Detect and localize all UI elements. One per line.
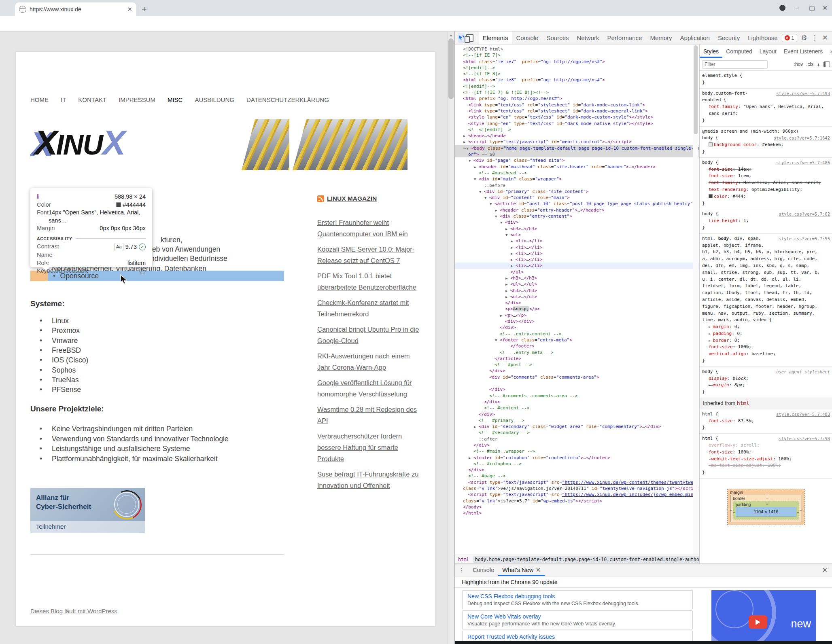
dom-tree-line[interactable]: ▶<li>…</li> [455, 256, 699, 263]
magazine-link[interactable]: Suse befragt IT-Führungskräfte zu Innova… [317, 468, 421, 491]
site-banner[interactable]: XINUX [30, 119, 408, 170]
play-button-icon[interactable] [749, 615, 767, 629]
dom-tree-line[interactable]: <script type="text/javascript" src="http… [455, 479, 699, 485]
scroll-up-icon[interactable]: ▲ [448, 32, 454, 37]
stylesheet-link[interactable]: style.css?ver=5.7:62 [779, 211, 830, 218]
magazine-link[interactable]: Koozali SME Server 10.0: Major-Release s… [317, 244, 421, 266]
dom-tree-line[interactable]: <style lang="en" type="text/css" id="dar… [455, 114, 699, 120]
dom-tree-line[interactable]: ▶<li>…</li> [455, 238, 699, 244]
tab-close-icon[interactable]: ✕ [127, 6, 132, 13]
dom-tree-line[interactable]: ▶<script type="text/javascript" id="webr… [455, 139, 699, 145]
drawer-menu-kebab-icon[interactable]: ⋮ [455, 567, 469, 573]
magazine-link[interactable]: RKI-Auswertungen nach einem Jahr Corona-… [317, 350, 421, 373]
drawer-tab-console[interactable]: Console [469, 564, 498, 576]
magazine-link[interactable]: PDF Mix Tool 1.0.1 bietet überarbeitete … [317, 270, 421, 293]
magazine-link[interactable]: Wasmtime 0.28 mit Redesign des API [317, 404, 421, 426]
dom-tree-line[interactable]: class="v lnk">js?ver=5.7" id="wp-embed-j… [455, 498, 699, 504]
page-scrollbar[interactable]: ▲ [447, 32, 454, 644]
dom-tree-line[interactable]: <script type="text/javascript" src="http… [455, 491, 699, 498]
dom-tree-line[interactable]: </div> [455, 467, 699, 473]
stylesheet-link[interactable]: style.css?ver=5.7:486 [776, 159, 830, 166]
css-rule[interactable]: style.css?ver=5.7:486body {font-size: 14… [700, 158, 832, 210]
dom-tree-line[interactable]: <p>&nbsp;</p> [455, 306, 699, 312]
dom-tree-line[interactable]: ▶<ul>…</ul> [455, 281, 699, 287]
styles-subtab--[interactable]: » [826, 44, 832, 58]
dom-tree-line[interactable]: <div id="comments" class="comments-area"… [455, 374, 699, 380]
dom-tree-line[interactable]: ▶<li>…</li> [455, 263, 699, 269]
devtools-tab-lighthouse[interactable]: Lighthouse [744, 32, 781, 44]
dom-tree-line[interactable]: </div> [455, 300, 699, 306]
window-maximize-button[interactable]: ▢ [809, 4, 815, 12]
dom-tree-line[interactable]: ▶<head>…</head> [455, 133, 699, 139]
card-title[interactable]: Report Trusted Web Activity issues [467, 633, 688, 640]
css-property[interactable]: -webkit-text-size-adjust: 100%; [702, 456, 830, 463]
dom-tree-line[interactable]: <![endif]--> [455, 83, 699, 89]
css-property[interactable]: font-family: "Open Sans", Helvetica, Ari… [702, 104, 830, 117]
css-property[interactable]: -ms-text-size-adjust: 100%; [702, 462, 830, 469]
dom-tree-line[interactable] [455, 380, 699, 386]
dom-tree-line[interactable]: </div> [455, 386, 699, 392]
dom-tree-line[interactable]: <!-- #comments .comments-area --> [455, 393, 699, 399]
styles-subtab-layout[interactable]: Layout [756, 44, 780, 58]
dom-tree-line[interactable]: or"> == $0 [455, 151, 699, 157]
css-property[interactable]: ▶ margin: 8px; [702, 382, 830, 389]
dom-tree-line[interactable]: <link type="text/css" rel="stylesheet" i… [455, 102, 699, 108]
dom-tree-line[interactable]: ▼<footer class="entry-meta"> [455, 337, 699, 343]
stylesheet-link[interactable]: style.css?ver=5.7:55 [779, 235, 830, 242]
dom-tree-line[interactable]: ▼<div id="primary" class="site-content"> [455, 189, 699, 195]
dom-tree-line[interactable]: ▼<div> [455, 219, 699, 225]
dom-tree-line[interactable]: <!--<![endif]--> [455, 127, 699, 133]
dom-tree-line[interactable]: ▶<p>…</p> [455, 312, 699, 318]
css-property[interactable]: color: #444; [702, 193, 830, 200]
css-rule[interactable]: style.css?ver=5.7:62body {line-height: 1… [700, 209, 832, 233]
hov-toggle[interactable]: :hov [794, 61, 803, 67]
devtools-tab-performance[interactable]: Performance [603, 32, 646, 44]
dom-tree-line[interactable]: ▶<div id="secondary" class="widget-area"… [455, 424, 699, 430]
wordpress-footer-link[interactable]: Dieses Blog läuft mit WordPress [30, 608, 117, 614]
new-tab-button[interactable]: + [142, 4, 147, 15]
stylesheet-link[interactable]: style.css?ver=5.7:493 [776, 90, 830, 97]
dom-tree-scrollbar[interactable] [693, 44, 698, 555]
dom-tree-line[interactable]: ▼<article id="post-10" class="post-10 pa… [455, 201, 699, 207]
dom-tree-line[interactable]: <!-- #secondary --> [455, 430, 699, 436]
dom-tree-line[interactable]: </html> [455, 510, 699, 516]
dom-tree-line[interactable]: <!-- .entry-content --> [455, 331, 699, 337]
dom-tree-line[interactable]: ▶<li>…</li> [455, 244, 699, 250]
dom-tree-line[interactable]: </footer> [455, 343, 699, 349]
styles-subtab-event-listeners[interactable]: Event Listeners [780, 44, 827, 58]
device-toolbar-icon[interactable] [466, 33, 473, 43]
css-property[interactable]: font-family: Helvetica, Arial, sans-seri… [702, 180, 830, 186]
dom-tree-line[interactable]: ▼<div class="entry-content"> [455, 213, 699, 219]
dom-tree-line[interactable]: <link type="text/css" rel="stylesheet" i… [455, 108, 699, 114]
devtools-close-icon[interactable]: ✕ [822, 34, 828, 42]
dom-tree-line[interactable]: </div> [455, 368, 699, 374]
dom-tree-line[interactable]: <!-- #page --> [455, 473, 699, 479]
devtools-tab-memory[interactable]: Memory [646, 32, 676, 44]
css-rule[interactable]: style.css?ver=5.7:98html {overflow-y: sc… [700, 434, 832, 479]
window-close-button[interactable]: ✕ [822, 4, 828, 12]
stylesheet-link[interactable]: style.css?ver=5.7:483 [776, 411, 830, 418]
cyber-security-badge[interactable]: Allianz fürCyber-Sicherheit Teilnehmer [30, 488, 145, 533]
dom-tree-line[interactable]: ▼<div id="page" class="hfeed site"> [455, 157, 699, 163]
css-property[interactable]: font-size: 1rem; [702, 173, 830, 180]
nav-item-impressum[interactable]: IMPRESSUM [119, 96, 155, 103]
dom-tree-line[interactable]: <!-- #masthead --> [455, 170, 699, 176]
css-property[interactable]: font-size: 87.5%; [702, 418, 830, 425]
styles-filter-input[interactable] [702, 60, 768, 69]
dom-tree-line[interactable]: <![endif]--> [455, 65, 699, 71]
breadcrumb-html[interactable]: html [455, 557, 473, 562]
dom-tree-line[interactable]: ▼<ul> [455, 232, 699, 238]
css-property[interactable]: font-size: 14px; [702, 166, 830, 173]
dom-tree-line[interactable]: class="v lnk">ve/js/navigation.js?ver=20… [455, 485, 699, 491]
dom-tree-line[interactable]: <!-- #primary --> [455, 417, 699, 424]
css-property[interactable]: line-height: 1; [702, 218, 830, 225]
stylesheet-link[interactable]: style.css?ver=5.7:1642 [774, 135, 830, 142]
css-rule[interactable]: style.css?ver=5.7:483html {font-size: 87… [700, 409, 832, 434]
dom-tree-line[interactable]: ▶<header id="masthead" class="site-heade… [455, 164, 699, 170]
magazine-link[interactable]: Erster! Fraunhofer weiht Quantencomputer… [317, 217, 421, 239]
nav-item-misc[interactable]: MISC [168, 96, 183, 103]
dom-tree-line[interactable]: <html prefix="og: http://ogp.me/ns#"> [455, 95, 699, 102]
css-property[interactable]: display: block; [702, 375, 830, 382]
whats-new-card[interactable]: New Core Web Vitals overlayVisualize pag… [462, 610, 693, 629]
nav-item-home[interactable]: HOME [30, 96, 49, 103]
